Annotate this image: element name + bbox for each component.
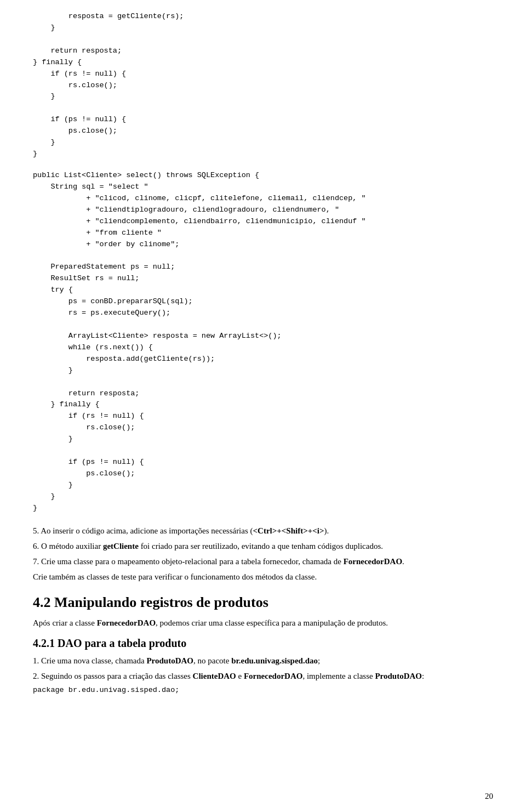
code-block-2: public List<Cliente> select() throws SQL… bbox=[33, 170, 493, 514]
list-item-7: 7. Crie uma classe para o mapeamento obj… bbox=[33, 555, 493, 568]
list-item-5: 5. Ao inserir o código acima, adicione a… bbox=[33, 524, 493, 537]
page: resposta = getCliente(rs); } return resp… bbox=[0, 0, 526, 812]
page-number: 20 bbox=[485, 792, 493, 801]
list-item-4-2-1-2: 2. Seguindo os passos para a criação das… bbox=[33, 669, 493, 683]
code-block-1: resposta = getCliente(rs); } return resp… bbox=[33, 11, 493, 160]
section-4-2-heading: 4.2 Manipulando registros de produtos bbox=[33, 594, 493, 611]
section-4-2-1-heading: 4.2.1 DAO para a tabela produto bbox=[33, 637, 493, 650]
code-block-3: package br.edu.univag.sisped.dao; bbox=[33, 685, 493, 696]
paragraph-crie-classes: Crie também as classes de teste para ver… bbox=[33, 570, 493, 583]
list-item-4-2-1-1: 1. Crie uma nova classe, chamada Produto… bbox=[33, 654, 493, 667]
section-4-2-intro: Após criar a classe FornecedorDAO, podem… bbox=[33, 616, 493, 629]
list-item-6: 6. O método auxiliar getCliente foi cria… bbox=[33, 540, 493, 553]
